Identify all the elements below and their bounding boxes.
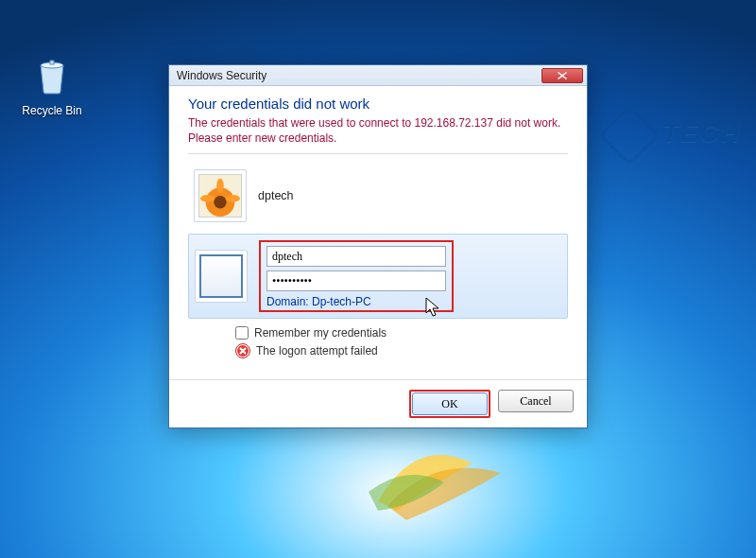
watermark-logo (598, 104, 660, 166)
close-icon (558, 72, 567, 79)
avatar-blank (195, 250, 248, 303)
new-credential-tile[interactable]: Domain: Dp-tech-PC (188, 234, 568, 319)
remember-label: Remember my credentials (254, 326, 387, 340)
separator (188, 153, 568, 154)
window-title: Windows Security (177, 69, 541, 82)
domain-label: Domain: Dp-tech-PC (266, 295, 446, 308)
svg-rect-1 (50, 61, 54, 64)
username-input[interactable] (266, 246, 446, 267)
svg-point-4 (214, 196, 226, 208)
windows-leaf-art (359, 416, 510, 530)
ok-button[interactable]: OK (412, 392, 488, 415)
watermark: TECH (608, 113, 742, 157)
remember-row: Remember my credentials (235, 326, 568, 340)
button-row: OK Cancel (169, 379, 587, 427)
heading: Your credentials did not work (188, 96, 568, 112)
error-message: The credentials that were used to connec… (188, 115, 568, 146)
recycle-bin-label: Recycle Bin (19, 104, 85, 117)
password-input[interactable] (266, 270, 446, 291)
ok-highlight: OK (409, 390, 490, 418)
security-dialog: Windows Security Your credentials did no… (168, 64, 588, 428)
saved-username: dptech (258, 189, 562, 202)
svg-point-7 (226, 195, 240, 202)
titlebar[interactable]: Windows Security (169, 65, 587, 86)
recycle-bin-icon (29, 52, 75, 97)
svg-point-5 (216, 179, 224, 193)
credential-fields-highlight: Domain: Dp-tech-PC (259, 240, 454, 312)
close-button[interactable] (541, 68, 583, 83)
fail-label: The logon attempt failed (256, 344, 378, 357)
flower-icon (198, 174, 242, 218)
desktop: TECH Recycle Bin Windows Security Your c… (0, 0, 756, 558)
blank-user-icon (199, 254, 243, 298)
svg-point-6 (200, 195, 215, 202)
error-icon (235, 343, 250, 358)
remember-checkbox[interactable] (235, 326, 249, 340)
cancel-button[interactable]: Cancel (498, 390, 574, 412)
saved-credential-tile[interactable]: dptech (188, 164, 568, 228)
watermark-text: TECH (662, 118, 742, 148)
avatar (194, 169, 247, 222)
fail-row: The logon attempt failed (235, 343, 568, 358)
recycle-bin[interactable]: Recycle Bin (19, 52, 85, 117)
